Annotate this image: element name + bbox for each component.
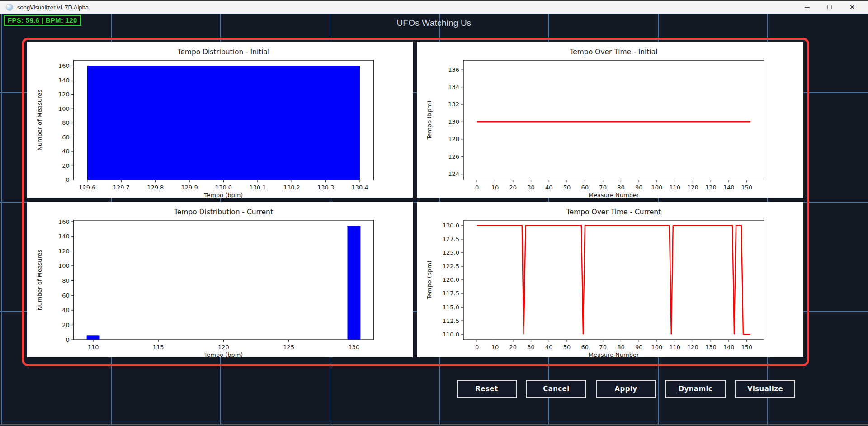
svg-text:125.0: 125.0	[443, 249, 459, 256]
page-title: UFOs Watching Us	[0, 18, 868, 28]
svg-text:160: 160	[58, 62, 70, 69]
svg-text:112.5: 112.5	[443, 317, 459, 324]
svg-text:10: 10	[491, 184, 499, 191]
svg-text:80: 80	[617, 184, 625, 191]
svg-text:120: 120	[687, 344, 698, 350]
svg-text:110.0: 110.0	[443, 331, 459, 338]
svg-text:127.5: 127.5	[443, 236, 459, 242]
svg-text:129.8: 129.8	[147, 184, 164, 191]
svg-text:130: 130	[448, 118, 459, 125]
svg-text:140: 140	[723, 184, 735, 191]
svg-text:129.7: 129.7	[113, 184, 130, 191]
svg-text:150: 150	[741, 344, 752, 350]
svg-text:30: 30	[527, 344, 535, 350]
grid-line-horizontal	[0, 421, 868, 421]
window-titlebar: songVisualizer v1.7D Alpha ✕	[0, 0, 868, 14]
svg-text:122.5: 122.5	[443, 263, 459, 270]
svg-text:140: 140	[723, 344, 735, 350]
svg-text:140: 140	[58, 233, 70, 240]
svg-text:60: 60	[62, 134, 69, 141]
chart-panel-tempo-over-time-initial: 0102030405060708090100110120130140150124…	[417, 42, 803, 198]
dynamic-button[interactable]: Dynamic	[665, 380, 726, 398]
svg-text:Measure Number: Measure Number	[589, 192, 639, 198]
svg-text:80: 80	[62, 119, 69, 126]
svg-text:120: 120	[58, 91, 70, 98]
svg-text:120.0: 120.0	[443, 277, 459, 284]
svg-text:20: 20	[509, 344, 517, 350]
svg-text:Tempo Over Time - Initial: Tempo Over Time - Initial	[569, 48, 657, 56]
svg-text:Tempo (bpm): Tempo (bpm)	[426, 260, 433, 300]
svg-text:110: 110	[669, 184, 680, 191]
svg-text:136: 136	[448, 66, 459, 73]
window-title: songVisualizer v1.7D Alpha	[17, 4, 89, 11]
svg-text:129.9: 129.9	[181, 184, 198, 191]
maximize-button[interactable]	[818, 1, 841, 14]
svg-text:40: 40	[545, 344, 553, 350]
svg-text:Number of Measures: Number of Measures	[36, 90, 43, 151]
svg-text:160: 160	[58, 218, 70, 225]
svg-text:Tempo Distribution - Current: Tempo Distribution - Current	[174, 208, 273, 216]
app-window: FPS: 59.6 | BPM: 120 UFOs Watching Us 12…	[0, 0, 868, 426]
svg-text:140: 140	[58, 77, 70, 84]
svg-text:50: 50	[563, 344, 571, 350]
svg-text:150: 150	[741, 184, 752, 191]
svg-text:130.3: 130.3	[317, 184, 334, 191]
close-icon: ✕	[849, 3, 855, 11]
svg-text:30: 30	[527, 184, 535, 191]
minimize-icon	[805, 7, 810, 8]
chart-panel-tempo-distribution-current: 110115120125130020406080100120140160Temp…	[27, 202, 413, 357]
svg-text:100: 100	[651, 184, 663, 191]
close-button[interactable]: ✕	[841, 1, 863, 14]
svg-text:80: 80	[617, 344, 625, 350]
tempo-over-time-initial-chart: 0102030405060708090100110120130140150124…	[417, 42, 803, 198]
svg-text:20: 20	[62, 162, 69, 169]
svg-text:10: 10	[491, 344, 499, 350]
svg-text:128: 128	[448, 136, 459, 142]
svg-text:100: 100	[58, 105, 70, 112]
action-button-row: Reset Cancel Apply Dynamic Visualize	[457, 380, 795, 398]
svg-text:Tempo (bpm): Tempo (bpm)	[426, 100, 433, 140]
svg-text:129.6: 129.6	[79, 184, 95, 191]
svg-text:120: 120	[58, 248, 70, 255]
svg-text:130.1: 130.1	[249, 184, 266, 191]
svg-text:110: 110	[669, 344, 680, 350]
minimize-button[interactable]	[796, 1, 818, 14]
visualize-button[interactable]: Visualize	[735, 380, 795, 398]
svg-text:132: 132	[448, 101, 459, 108]
window-controls: ✕	[796, 1, 863, 14]
content-top-line	[0, 14, 868, 14]
svg-text:60: 60	[62, 292, 69, 299]
svg-text:60: 60	[581, 344, 589, 350]
svg-text:70: 70	[599, 184, 607, 191]
svg-text:115.0: 115.0	[443, 304, 459, 311]
chart-panel-tempo-distribution-initial: 129.6129.7129.8129.9130.0130.1130.2130.3…	[27, 42, 413, 198]
svg-text:Tempo Distribution - Initial: Tempo Distribution - Initial	[177, 48, 270, 56]
svg-text:90: 90	[635, 344, 643, 350]
svg-text:130: 130	[349, 344, 360, 350]
chart-panel-tempo-over-time-current: 0102030405060708090100110120130140150110…	[417, 202, 803, 357]
svg-text:100: 100	[651, 344, 663, 350]
svg-text:130: 130	[705, 344, 717, 350]
svg-text:130.2: 130.2	[283, 184, 300, 191]
cancel-button[interactable]: Cancel	[526, 380, 586, 398]
svg-text:60: 60	[581, 184, 589, 191]
svg-text:134: 134	[448, 84, 459, 90]
svg-text:40: 40	[62, 307, 69, 313]
tempo-distribution-current-chart: 110115120125130020406080100120140160Temp…	[27, 202, 413, 357]
reset-button[interactable]: Reset	[457, 380, 517, 398]
svg-text:130: 130	[705, 184, 717, 191]
svg-text:Tempo (bpm): Tempo (bpm)	[204, 192, 243, 198]
svg-text:20: 20	[62, 322, 69, 328]
apply-button[interactable]: Apply	[596, 380, 656, 398]
svg-text:40: 40	[62, 148, 69, 155]
svg-text:70: 70	[599, 344, 607, 350]
svg-text:130.4: 130.4	[351, 184, 368, 191]
tempo-distribution-initial-chart: 129.6129.7129.8129.9130.0130.1130.2130.3…	[27, 42, 413, 198]
svg-text:120: 120	[687, 184, 698, 191]
svg-text:124: 124	[448, 170, 459, 177]
grid-line-vertical	[1, 14, 2, 426]
svg-text:Tempo Over Time - Current: Tempo Over Time - Current	[566, 208, 661, 216]
svg-text:80: 80	[62, 277, 69, 284]
svg-text:90: 90	[635, 184, 643, 191]
screen-bottom-edge	[0, 424, 868, 426]
